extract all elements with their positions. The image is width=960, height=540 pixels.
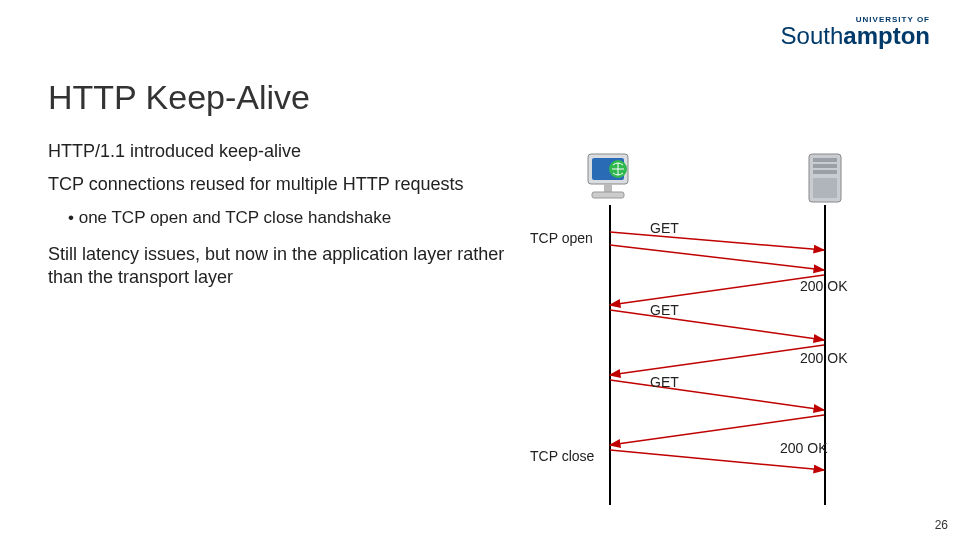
logo-name: Southampton (781, 24, 930, 48)
svg-line-12 (610, 275, 824, 305)
paragraph-3: Still latency issues, but now in the app… (48, 243, 508, 290)
svg-line-11 (610, 245, 824, 270)
svg-line-13 (610, 310, 824, 340)
svg-line-15 (610, 380, 824, 410)
label-get-2: GET (650, 302, 679, 318)
page-number: 26 (935, 518, 948, 532)
label-get-1: GET (650, 220, 679, 236)
label-get-3: GET (650, 374, 679, 390)
label-tcp-close: TCP close (530, 448, 594, 464)
slide-body: HTTP/1.1 introduced keep-alive TCP conne… (48, 140, 508, 300)
label-ok-3: 200 OK (780, 440, 827, 456)
university-logo: UNIVERSITY OF Southampton (781, 16, 930, 48)
paragraph-2: TCP connections reused for multiple HTTP… (48, 173, 508, 196)
sequence-diagram: TCP open GET 200 OK GET 200 OK GET 200 O… (540, 150, 900, 510)
bullet-1: one TCP open and TCP close handshake (68, 207, 508, 229)
label-tcp-open: TCP open (530, 230, 593, 246)
svg-line-10 (610, 232, 824, 250)
label-ok-1: 200 OK (800, 278, 847, 294)
slide-title: HTTP Keep-Alive (48, 78, 310, 117)
paragraph-1: HTTP/1.1 introduced keep-alive (48, 140, 508, 163)
label-ok-2: 200 OK (800, 350, 847, 366)
svg-line-14 (610, 345, 824, 375)
